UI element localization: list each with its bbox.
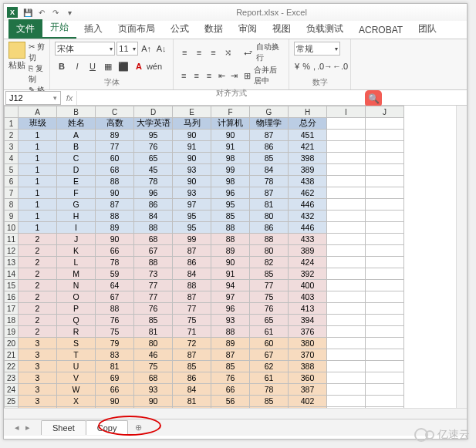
cell[interactable]: 86 — [134, 199, 173, 211]
cell[interactable]: 66 — [96, 384, 134, 396]
cell[interactable]: 89 — [211, 245, 250, 257]
cell[interactable]: 85 — [211, 361, 250, 372]
header-cell[interactable]: 班级 — [19, 118, 57, 130]
cell[interactable]: 56 — [211, 396, 250, 407]
cell[interactable]: 2 — [19, 280, 57, 291]
phonetic-button[interactable]: wén — [147, 59, 161, 73]
cell[interactable]: 95 — [173, 211, 211, 222]
tab-file[interactable]: 文件 — [8, 19, 42, 39]
cell[interactable]: 68 — [134, 234, 173, 245]
cell[interactable]: 65 — [250, 315, 289, 326]
cell[interactable]: 2 — [19, 315, 57, 326]
cell[interactable]: 3 — [19, 349, 57, 361]
cell[interactable]: 394 — [289, 315, 327, 326]
cell[interactable] — [327, 268, 366, 280]
row-header[interactable]: 5 — [5, 164, 19, 176]
cell[interactable]: 96 — [134, 187, 173, 199]
cell[interactable] — [366, 326, 404, 338]
row-header[interactable]: 11 — [5, 234, 19, 245]
cell[interactable]: 84 — [134, 211, 173, 222]
cell[interactable] — [366, 338, 404, 349]
cell[interactable]: I — [57, 222, 96, 234]
cell[interactable]: F — [57, 187, 96, 199]
cell[interactable]: 90 — [173, 153, 211, 164]
tab-home[interactable]: 开始 — [42, 18, 76, 39]
cell[interactable]: 2 — [19, 234, 57, 245]
cell[interactable] — [327, 211, 366, 222]
cell[interactable]: 93 — [211, 315, 250, 326]
wrap-text-button[interactable]: ⮐ — [241, 45, 255, 59]
cell[interactable]: 402 — [289, 396, 327, 407]
cell[interactable]: 82 — [250, 257, 289, 268]
tab-review[interactable]: 审阅 — [231, 19, 265, 39]
cell[interactable]: 86 — [250, 141, 289, 153]
tab-insert[interactable]: 插入 — [76, 19, 110, 39]
copy-button[interactable]: ⎘ 复制 — [29, 63, 45, 85]
cell[interactable]: 80 — [250, 211, 289, 222]
cell[interactable]: A — [57, 130, 96, 141]
select-all-corner[interactable] — [5, 106, 19, 118]
header-cell[interactable]: 马列 — [173, 118, 211, 130]
cell[interactable]: 45 — [134, 164, 173, 176]
cell[interactable]: 83 — [96, 349, 134, 361]
cell[interactable] — [327, 176, 366, 187]
cell[interactable]: 76 — [211, 372, 250, 384]
cell[interactable]: 94 — [211, 280, 250, 291]
cell[interactable] — [327, 338, 366, 349]
cell[interactable]: 72 — [173, 338, 211, 349]
row-header[interactable]: 14 — [5, 268, 19, 280]
row-header[interactable]: 20 — [5, 338, 19, 349]
cell[interactable] — [366, 153, 404, 164]
cell[interactable]: 67 — [96, 291, 134, 303]
cell[interactable]: 398 — [289, 153, 327, 164]
row-header[interactable]: 3 — [5, 141, 19, 153]
qat-more-icon[interactable]: ▾ — [63, 6, 76, 19]
fill-color-button[interactable]: ⬛ — [116, 59, 130, 73]
cell[interactable]: 67 — [250, 349, 289, 361]
cell[interactable] — [366, 315, 404, 326]
cell[interactable]: 75 — [173, 315, 211, 326]
cell[interactable] — [327, 234, 366, 245]
cell[interactable] — [327, 118, 366, 130]
row-header[interactable]: 17 — [5, 303, 19, 315]
cell[interactable] — [327, 187, 366, 199]
cell[interactable]: 78 — [96, 257, 134, 268]
indent-inc-icon[interactable]: ⇥ — [229, 69, 240, 83]
cell[interactable] — [366, 234, 404, 245]
cell[interactable]: 84 — [250, 164, 289, 176]
cell[interactable]: 93 — [134, 384, 173, 396]
search-badge-icon[interactable]: 🔍 — [365, 90, 382, 107]
cell[interactable]: 80 — [250, 245, 289, 257]
cell[interactable]: 75 — [250, 291, 289, 303]
horizontal-scrollbar[interactable] — [4, 408, 467, 419]
name-box[interactable]: J12▾ — [5, 91, 61, 105]
cell[interactable]: 85 — [250, 153, 289, 164]
cell[interactable]: 88 — [96, 303, 134, 315]
font-name-combo[interactable]: 宋体▾ — [55, 42, 115, 56]
cell[interactable]: 77 — [134, 291, 173, 303]
cell[interactable] — [327, 280, 366, 291]
row-header[interactable]: 23 — [5, 372, 19, 384]
increase-font-icon[interactable]: A↑ — [140, 42, 154, 56]
cell[interactable]: 89 — [96, 222, 134, 234]
cell[interactable]: 88 — [134, 257, 173, 268]
cell[interactable]: 387 — [289, 384, 327, 396]
cell[interactable] — [327, 199, 366, 211]
align-right-icon[interactable]: ≡ — [204, 69, 214, 83]
header-cell[interactable]: 大学英语 — [134, 118, 173, 130]
sheet-nav-next-icon[interactable]: ▸ — [22, 423, 33, 433]
cell[interactable]: 1 — [19, 164, 57, 176]
header-cell[interactable]: 总分 — [289, 118, 327, 130]
cell[interactable]: 99 — [173, 234, 211, 245]
cell[interactable]: 446 — [289, 222, 327, 234]
cell[interactable]: 66 — [211, 384, 250, 396]
header-cell[interactable]: 计算机 — [211, 118, 250, 130]
cell[interactable]: 87 — [211, 349, 250, 361]
cell[interactable]: 389 — [289, 164, 327, 176]
row-header[interactable]: 13 — [5, 257, 19, 268]
cell[interactable]: 77 — [134, 280, 173, 291]
cell[interactable]: 3 — [19, 396, 57, 407]
font-size-combo[interactable]: 11▾ — [116, 42, 137, 56]
cell[interactable]: 421 — [289, 141, 327, 153]
col-header[interactable]: C — [96, 106, 134, 118]
